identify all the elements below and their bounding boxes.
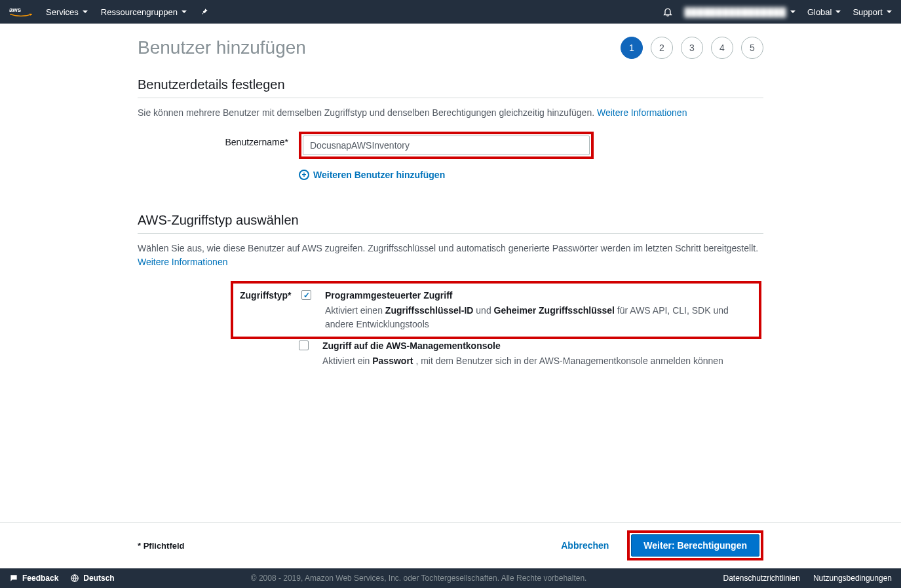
section-access-type-heading: AWS-Zugriffstyp auswählen [138,213,763,234]
action-bar: * Pflichtfeld Abbrechen Weiter: Berechti… [0,522,901,568]
opt2-pre: Aktiviert ein [322,356,372,366]
opt1-pre: Aktiviert einen [325,305,385,316]
nav-resource-groups-label: Ressourcengruppen [101,7,178,17]
access-type-label: Zugriffstyp* [240,289,291,301]
opt2-b1: Passwort [372,356,413,366]
section2-desc-text: Wählen Sie aus, wie diese Benutzer auf A… [138,243,758,253]
nav-support[interactable]: Support [853,7,892,17]
nav-region[interactable]: Global [807,7,841,17]
access-type-highlight: Zugriffstyp* Programmgesteuerter Zugriff… [231,281,761,339]
section-user-details-desc: Sie können mehrere Benutzer mit demselbe… [138,106,763,120]
opt2-title: Zugriff auf die AWS-Managementkonsole [322,339,761,353]
nav-support-label: Support [853,7,883,17]
opt2-post: , mit dem Benutzer sich in der AWS-Manag… [413,356,723,366]
aws-logo[interactable]: aws [9,5,33,18]
opt1-title: Programmgesteuerter Zugriff [325,289,752,303]
nav-account[interactable]: ████████████████ [685,7,796,17]
step-2[interactable]: 2 [651,37,673,59]
username-label: Benutzername* [138,132,288,147]
main-content: Benutzer hinzufügen 1 2 3 4 5 Benutzerde… [0,24,901,522]
opt1-mid: und [473,305,493,316]
add-another-user-link[interactable]: + Weiteren Benutzer hinzufügen [299,170,763,180]
nav-services-label: Services [46,7,79,17]
terms-link[interactable]: Nutzungsbedingungen [813,574,892,583]
language-label: Deutsch [83,574,114,583]
feedback-label: Feedback [22,574,58,583]
step-4[interactable]: 4 [711,37,733,59]
section1-desc-text: Sie können mehrere Benutzer mit demselbe… [138,107,594,118]
top-nav: aws Services Ressourcengruppen █████████… [0,0,901,24]
caret-down-icon [182,10,187,13]
language-selector[interactable]: Deutsch [70,574,114,583]
checkbox-programmatic-access[interactable] [301,290,311,300]
svg-text:aws: aws [9,6,21,13]
caret-down-icon [83,10,88,13]
privacy-link[interactable]: Datenschutzrichtlinien [723,574,799,583]
more-info-link-2[interactable]: Weitere Informationen [138,257,227,267]
step-5[interactable]: 5 [741,37,763,59]
nav-region-label: Global [807,7,832,17]
wizard-steps: 1 2 3 4 5 [621,37,763,59]
add-another-user-label: Weiteren Benutzer hinzufügen [313,170,445,180]
opt1-b1: Zugriffsschlüssel-ID [385,305,474,316]
pin-icon[interactable] [200,7,209,16]
page-title: Benutzer hinzufügen [138,37,306,58]
checkbox-console-access[interactable] [299,340,309,350]
caret-down-icon [835,10,841,13]
step-1[interactable]: 1 [621,37,643,59]
section-access-type-desc: Wählen Sie aus, wie diese Benutzer auf A… [138,242,763,269]
next-button-highlight: Weiter: Berechtigungen [627,530,763,560]
plus-circle-icon: + [299,170,309,180]
nav-resource-groups[interactable]: Ressourcengruppen [101,7,187,17]
username-highlight [299,132,594,159]
nav-account-label: ████████████████ [685,7,786,17]
footer: Feedback Deutsch © 2008 - 2019, Amazon W… [0,568,901,588]
cancel-button[interactable]: Abbrechen [553,535,617,556]
more-info-link[interactable]: Weitere Informationen [597,107,687,118]
next-permissions-button[interactable]: Weiter: Berechtigungen [631,534,759,557]
username-input[interactable] [303,136,590,155]
notifications-icon[interactable] [662,7,673,17]
caret-down-icon [790,10,796,13]
opt1-b2: Geheimer Zugriffsschlüssel [494,305,615,316]
caret-down-icon [887,10,892,13]
step-3[interactable]: 3 [681,37,703,59]
section-user-details-heading: Benutzerdetails festlegen [138,77,763,98]
required-field-note: * Pflichtfeld [138,541,185,551]
copyright-text: © 2008 - 2019, Amazon Web Services, Inc.… [251,574,587,583]
nav-services[interactable]: Services [46,7,88,17]
feedback-link[interactable]: Feedback [9,574,58,583]
